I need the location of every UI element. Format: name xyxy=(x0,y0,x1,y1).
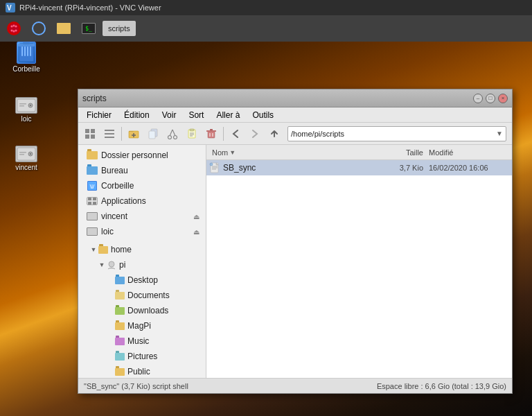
folder-icon xyxy=(57,23,71,34)
folder-btn[interactable] xyxy=(53,19,75,38)
tree-item-documents[interactable]: Documents xyxy=(78,288,206,303)
tree-item-desktop[interactable]: Desktop xyxy=(78,272,206,288)
toolbar-sep-1 xyxy=(121,127,122,141)
cut-btn[interactable] xyxy=(163,125,181,143)
globe-btn[interactable] xyxy=(28,19,50,38)
address-bar[interactable]: /home/pi/scripts ▼ xyxy=(287,126,506,141)
tree-item-music[interactable]: Music xyxy=(78,333,206,349)
tree-item-home[interactable]: ▼ home xyxy=(78,242,206,257)
minimize-button[interactable]: – xyxy=(473,94,483,103)
paste-btn[interactable] xyxy=(183,125,201,143)
loic-label: loic xyxy=(21,115,31,123)
back-btn[interactable] xyxy=(227,125,245,143)
svg-rect-58 xyxy=(93,202,96,205)
forward-btn[interactable] xyxy=(246,125,264,143)
desktop-icon-corbeille[interactable]: Corbeille xyxy=(6,42,47,73)
sidebar-item-applications[interactable]: Applications xyxy=(78,193,206,209)
menu-voir[interactable]: Voir xyxy=(157,109,182,121)
desktop-tree-label: Desktop xyxy=(127,275,158,285)
col-size-header[interactable]: Taille xyxy=(378,148,426,157)
tree-item-pictures[interactable]: Pictures xyxy=(78,349,206,364)
desktop-icon-loic[interactable]: loic xyxy=(6,97,47,123)
loic-sidebar-label: loic xyxy=(101,227,114,236)
raspberry-btn[interactable] xyxy=(3,19,25,38)
menu-fichier[interactable]: Fichier xyxy=(81,109,117,121)
svg-rect-49 xyxy=(210,129,213,130)
window-titlebar: scripts – □ × xyxy=(78,89,512,107)
vincent-eject-icon[interactable]: ⏏ xyxy=(192,212,200,220)
icon-view-btn[interactable] xyxy=(81,125,99,143)
svg-rect-29 xyxy=(91,135,95,139)
public-tree-label: Public xyxy=(127,367,150,376)
downloads-dir-icon xyxy=(114,305,125,316)
desktop-icon-vincent[interactable]: vincent xyxy=(6,146,47,171)
statusbar: "SB_sync" (3,7 Kio) script shell Espace … xyxy=(78,378,512,393)
svg-rect-15 xyxy=(23,42,30,44)
svg-rect-13 xyxy=(30,46,31,56)
close-button[interactable]: × xyxy=(498,94,508,103)
svg-rect-27 xyxy=(91,129,95,133)
tree-item-magpi[interactable]: MagPi xyxy=(78,318,206,333)
sidebar-item-vincent[interactable]: vincent ⏏ xyxy=(78,209,206,224)
sidebar-item-bureau[interactable]: Bureau xyxy=(78,163,206,178)
svg-rect-11 xyxy=(24,46,26,56)
desktop: V RPi4-vincent (RPi4-vincent) - VNC View… xyxy=(0,0,532,416)
svg-rect-43 xyxy=(190,129,194,131)
apps-sidebar-icon xyxy=(87,196,98,207)
svg-rect-24 xyxy=(19,152,26,153)
list-view-btn[interactable] xyxy=(100,125,118,143)
tree-item-pi[interactable]: ▼ pi xyxy=(78,257,206,272)
menu-aller-a[interactable]: Aller à xyxy=(211,109,245,121)
documents-tree-label: Documents xyxy=(127,291,170,300)
music-tree-label: Music xyxy=(127,336,149,346)
home-folder-icon xyxy=(87,150,98,161)
sidebar: Dossier personnel Bureau xyxy=(78,145,206,378)
scripts-taskbar-btn[interactable]: scripts xyxy=(103,21,136,36)
vincent-hdd-sidebar-icon xyxy=(87,211,98,222)
vincent-label: vincent xyxy=(15,164,37,171)
loic-eject-icon[interactable]: ⏏ xyxy=(192,227,200,236)
tree-item-public[interactable]: Public xyxy=(78,364,206,378)
music-dir-icon xyxy=(114,336,125,347)
svg-point-59 xyxy=(109,261,114,267)
vincent-hdd-icon xyxy=(15,146,37,162)
svg-point-6 xyxy=(11,30,13,32)
home-toggle[interactable]: ▼ xyxy=(89,245,98,254)
content-area: Dossier personnel Bureau xyxy=(78,145,512,378)
toolbar-sep-2 xyxy=(223,127,224,141)
sidebar-item-dossier-personnel[interactable]: Dossier personnel xyxy=(78,148,206,163)
delete-btn[interactable] xyxy=(202,125,220,143)
tree-item-downloads[interactable]: Downloads xyxy=(78,303,206,318)
svg-line-40 xyxy=(170,130,172,136)
copy-btn[interactable] xyxy=(144,125,162,143)
address-dropdown-arrow[interactable]: ▼ xyxy=(496,130,503,137)
svg-point-7 xyxy=(13,31,15,33)
pi-toggle[interactable]: ▼ xyxy=(98,261,106,269)
maximize-button[interactable]: □ xyxy=(486,94,495,103)
svg-point-18 xyxy=(30,105,31,106)
scripts-taskbar-label: scripts xyxy=(108,24,130,33)
menu-outils[interactable]: Outils xyxy=(247,109,279,121)
sidebar-item-loic[interactable]: loic ⏏ xyxy=(78,224,206,239)
svg-point-64 xyxy=(210,163,213,166)
downloads-tree-label: Downloads xyxy=(127,306,168,315)
col-modified-header[interactable]: Modifié xyxy=(426,148,509,157)
file-list: Nom ▼ Taille Modifié xyxy=(206,145,512,378)
svg-rect-12 xyxy=(27,46,28,56)
svg-rect-26 xyxy=(85,129,89,133)
up-btn[interactable] xyxy=(265,125,283,143)
menu-edition[interactable]: Édition xyxy=(118,109,155,121)
terminal-btn[interactable]: $_ xyxy=(78,19,100,38)
toolbar: /home/pi/scripts ▼ xyxy=(78,123,512,145)
menu-sort[interactable]: Sort xyxy=(183,109,209,121)
svg-point-38 xyxy=(168,135,172,139)
vnc-icon: V xyxy=(6,3,15,12)
svg-point-8 xyxy=(15,30,17,32)
pictures-dir-icon xyxy=(114,351,125,362)
svg-point-4 xyxy=(13,25,15,27)
sidebar-item-corbeille[interactable]: Corbeille xyxy=(78,178,206,193)
file-row-sb-sync[interactable]: SB_sync 3,7 Kio 16/02/2020 16:06 xyxy=(206,160,512,175)
home-label: home xyxy=(111,245,132,254)
new-folder-btn[interactable] xyxy=(125,125,143,143)
col-name-header[interactable]: Nom ▼ xyxy=(209,148,378,157)
